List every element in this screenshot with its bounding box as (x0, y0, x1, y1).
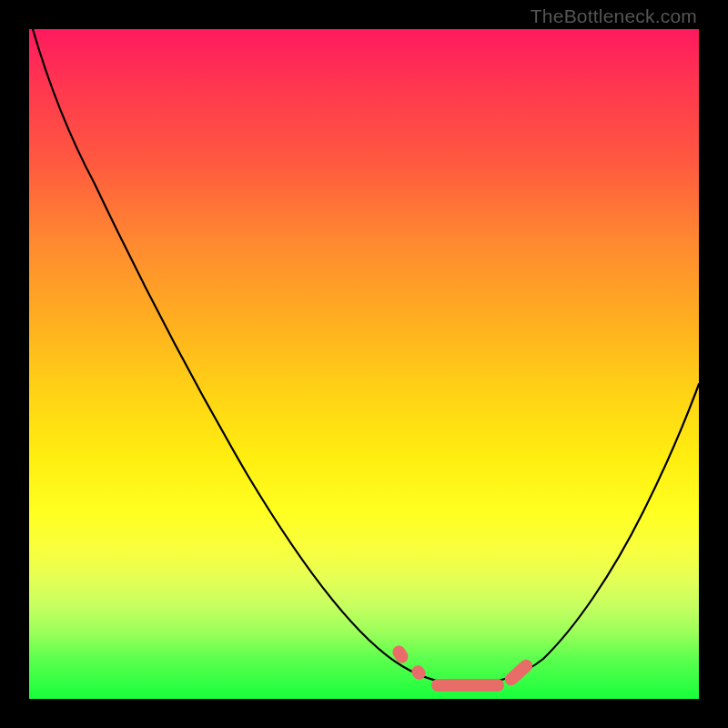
marker-dot (390, 643, 410, 665)
watermark-text: TheBottleneck.com (531, 5, 697, 27)
marker-dot (409, 662, 428, 682)
marker-bar (431, 679, 504, 692)
chart-plot-area (29, 29, 699, 699)
bottleneck-curve (33, 29, 699, 684)
marker-group (390, 643, 535, 692)
chart-svg (29, 29, 699, 699)
marker-dot (502, 657, 535, 688)
chart-frame: TheBottleneck.com (0, 0, 728, 728)
